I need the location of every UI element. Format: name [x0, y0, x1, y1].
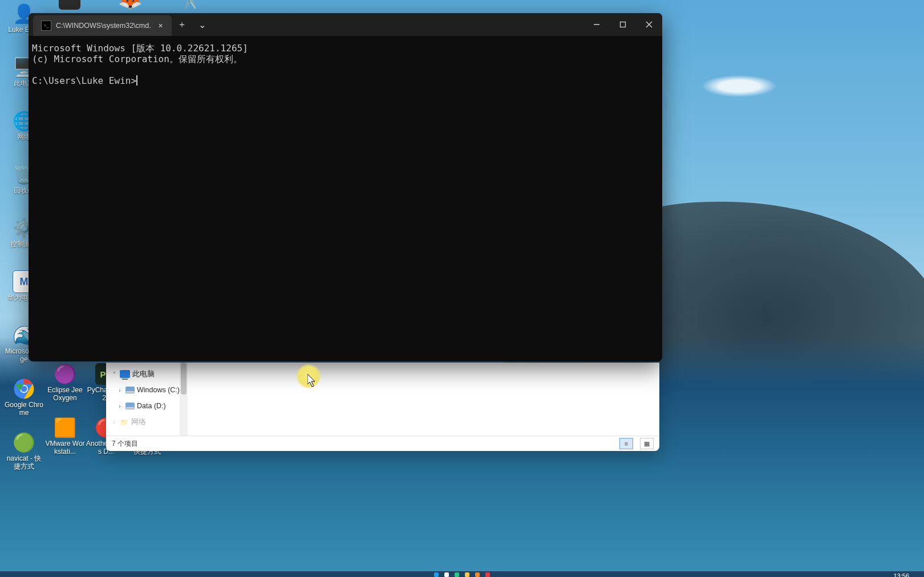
tree-item-drive-d[interactable]: › Data (D:) — [106, 398, 187, 414]
tree-item-network[interactable]: › 📁 网络 — [106, 414, 187, 430]
tree-label: 网络 — [131, 417, 146, 427]
close-button[interactable] — [636, 13, 662, 36]
chevron-right-icon[interactable]: › — [116, 403, 123, 409]
pc-icon — [120, 370, 130, 378]
tree-item-drive-c[interactable]: › Windows (C:) — [106, 382, 187, 398]
tree-label: Data (D:) — [137, 402, 166, 410]
taskbar-icon[interactable] — [465, 572, 469, 577]
view-details-button[interactable]: ≡ — [619, 438, 633, 449]
taskbar[interactable]: 13:56 — [0, 571, 924, 577]
maximize-button[interactable] — [610, 13, 636, 36]
taskbar-icon[interactable] — [455, 572, 459, 577]
taskbar-icon[interactable] — [475, 572, 480, 577]
tab-title: C:\WINDOWS\system32\cmd. — [56, 22, 151, 30]
desktop-icon-label: VMware Workstati... — [44, 440, 86, 456]
cmd-icon — [41, 21, 51, 31]
terminal-tab[interactable]: C:\WINDOWS\system32\cmd. × — [33, 15, 172, 36]
terminal-prompt: C:\Users\Luke Ewin> — [32, 75, 136, 86]
terminal-cursor — [136, 75, 137, 86]
drive-icon — [125, 387, 135, 393]
desktop-icon-label: Eclipse Jee Oxygen — [44, 387, 86, 403]
desktop-icon-eclipse[interactable]: 🟣Eclipse Jee Oxygen — [44, 363, 86, 416]
file-explorer-window[interactable]: ˅ 此电脑 › Windows (C:) › Data (D:) › 📁 网络 — [106, 363, 659, 451]
tab-dropdown-button[interactable]: ⌄ — [192, 13, 213, 36]
terminal-line: Microsoft Windows [版本 10.0.22621.1265] — [32, 43, 248, 54]
terminal-line: (c) Microsoft Corporation。保留所有权利。 — [32, 54, 242, 64]
desktop-icon-label: Google Chrome — [3, 401, 44, 417]
explorer-content-area[interactable] — [188, 363, 659, 436]
taskbar-icon[interactable] — [444, 572, 449, 577]
desktop-icons-column-2: 🟣Eclipse Jee Oxygen 🟧VMware Workstati... — [44, 363, 86, 470]
desktop-icon-navicat[interactable]: 🟢navicat - 快捷方式 — [3, 431, 44, 485]
chevron-right-icon[interactable]: › — [111, 418, 117, 425]
taskbar-icon[interactable] — [434, 572, 439, 577]
terminal-output[interactable]: Microsoft Windows [版本 10.0.22621.1265] (… — [29, 36, 662, 91]
minimize-button[interactable] — [583, 13, 610, 36]
desktop-icon-vmware[interactable]: 🟧VMware Workstati... — [44, 416, 86, 470]
desktop-icon-chrome[interactable]: Google Chrome — [3, 377, 44, 431]
tree-label: Windows (C:) — [137, 386, 180, 394]
explorer-tree-scrollbar[interactable] — [180, 363, 188, 436]
terminal-titlebar[interactable]: C:\WINDOWS\system32\cmd. × ＋ ⌄ — [29, 13, 662, 36]
new-tab-button[interactable]: ＋ — [172, 13, 192, 36]
folder-icon: 📁 — [120, 418, 129, 426]
tab-close-button[interactable]: × — [156, 21, 166, 31]
terminal-window[interactable]: C:\WINDOWS\system32\cmd. × ＋ ⌄ Microsoft… — [29, 13, 662, 361]
chevron-right-icon[interactable]: › — [116, 387, 123, 393]
tree-item-this-pc[interactable]: ˅ 此电脑 — [106, 366, 187, 382]
desktop-icon-label: navicat - 快捷方式 — [3, 455, 44, 471]
view-icons-button[interactable]: ▦ — [640, 438, 654, 449]
taskbar-clock[interactable]: 13:56 — [893, 572, 909, 577]
chevron-down-icon[interactable]: ˅ — [111, 371, 117, 377]
status-item-count: 7 个项目 — [112, 439, 138, 449]
explorer-tree[interactable]: ˅ 此电脑 › Windows (C:) › Data (D:) › 📁 网络 — [106, 363, 188, 436]
drive-icon — [125, 403, 135, 409]
taskbar-icon[interactable] — [485, 572, 490, 577]
tree-label: 此电脑 — [132, 369, 155, 379]
svg-rect-4 — [621, 22, 626, 27]
explorer-status-bar: 7 个项目 ≡ ▦ — [106, 436, 659, 451]
